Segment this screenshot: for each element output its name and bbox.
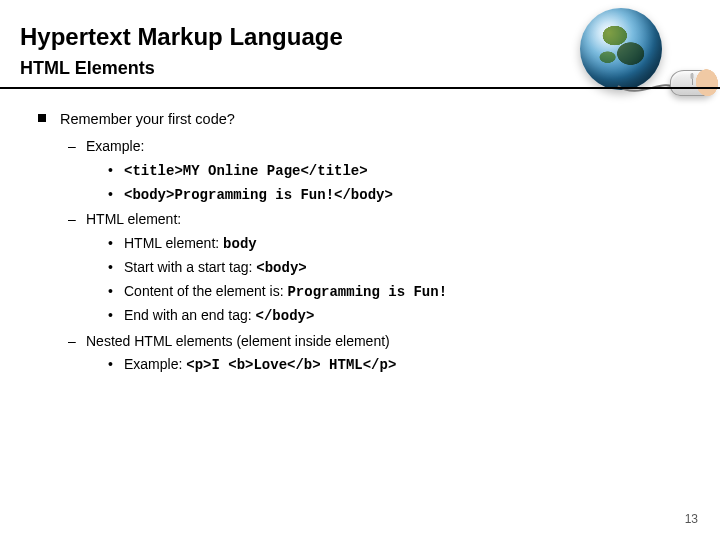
divider (20, 83, 696, 93)
elem-line-3: Content of the element is: Programming i… (108, 281, 696, 302)
elem-line-2-text: Start with a start tag: (124, 259, 256, 275)
hand-icon (686, 60, 720, 102)
elem-line-3-text: Content of the element is: (124, 283, 287, 299)
elem-line-4: End with an end tag: </body> (108, 305, 696, 326)
section-nested: Nested HTML elements (element inside ele… (68, 331, 696, 376)
square-bullet-icon (38, 114, 46, 122)
elem-line-4-code: </body> (256, 308, 315, 324)
code-body-tag: <body>Programming is Fun!</body> (124, 187, 393, 203)
example-code-1: <title>MY Online Page</title> (108, 160, 696, 181)
example-code-2: <body>Programming is Fun!</body> (108, 184, 696, 205)
elem-line-4-text: End with an end tag: (124, 307, 256, 323)
nested-example-code: <p>I <b>Love</b> HTML</p> (186, 357, 396, 373)
section-example-heading: Example: (86, 138, 144, 154)
elem-line-3-code: Programming is Fun! (287, 284, 447, 300)
elem-line-1-text: HTML element: (124, 235, 223, 251)
elem-line-1-code: body (223, 236, 257, 252)
top-bullet-text: Remember your first code? (60, 109, 235, 130)
section-nested-heading: Nested HTML elements (element inside ele… (86, 333, 390, 349)
code-title-tag: <title>MY Online Page</title> (124, 163, 368, 179)
nested-example-text: Example: (124, 356, 186, 372)
section-html-element-heading: HTML element: (86, 211, 181, 227)
globe-landmass (586, 14, 658, 86)
elem-line-1: HTML element: body (108, 233, 696, 254)
slide-body: Remember your first code? Example: <titl… (20, 103, 696, 375)
slide: Hypertext Markup Language HTML Elements … (0, 0, 720, 540)
nested-example: Example: <p>I <b>Love</b> HTML</p> (108, 354, 696, 375)
top-bullet-row: Remember your first code? (38, 109, 696, 130)
elem-line-2: Start with a start tag: <body> (108, 257, 696, 278)
section-example: Example: <title>MY Online Page</title> <… (68, 136, 696, 205)
section-html-element: HTML element: HTML element: body Start w… (68, 209, 696, 326)
elem-line-2-code: <body> (256, 260, 306, 276)
page-number: 13 (685, 512, 698, 526)
